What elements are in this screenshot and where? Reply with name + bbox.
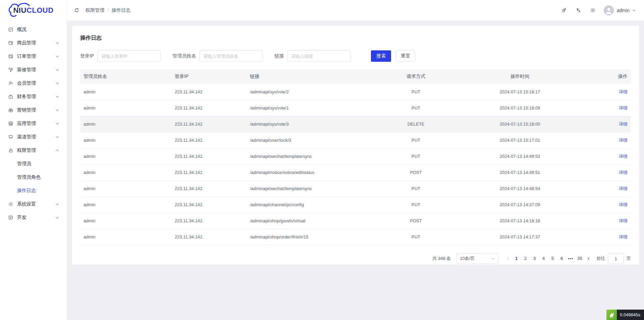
- dev-icon: [8, 215, 13, 220]
- cell-login-ip: 223.11.34.142: [171, 154, 247, 159]
- column-header: 登录IP: [171, 74, 247, 80]
- reset-button[interactable]: 重置: [396, 50, 415, 62]
- page-number-4[interactable]: 4: [539, 253, 548, 264]
- page-numbers: 123456•••35: [512, 253, 584, 264]
- translate-icon[interactable]: [576, 7, 581, 13]
- chevron-down-icon: [55, 202, 59, 206]
- debug-badge: 0.049845s: [606, 310, 644, 320]
- sidebar-subitem-admin-user[interactable]: 管理员: [0, 157, 67, 171]
- next-page-button[interactable]: [584, 257, 592, 261]
- detail-link[interactable]: 详情: [619, 218, 628, 223]
- sidebar-item-label: 系统设置: [17, 201, 36, 207]
- table-row: admin223.11.34.142/adminapi/sys/role/2PU…: [80, 84, 631, 100]
- goto-page-input[interactable]: [608, 253, 624, 264]
- sidebar-item-application[interactable]: 应用管理: [0, 117, 67, 130]
- cell-link: /adminapi/notice/notice/editstatus: [247, 170, 374, 175]
- search-button[interactable]: 搜索: [371, 50, 391, 62]
- sidebar-item-system[interactable]: 系统设置: [0, 197, 67, 211]
- cell-admin-name: admin: [80, 170, 171, 175]
- cell-link: /adminapi/channel/pc/config: [247, 202, 374, 207]
- detail-link[interactable]: 详情: [619, 154, 628, 159]
- sidebar-item-order[interactable]: 订单管理: [0, 50, 67, 63]
- sidebar-item-dev[interactable]: 开发: [0, 211, 67, 224]
- page-number-2[interactable]: 2: [521, 253, 530, 264]
- pagination-ellipsis[interactable]: •••: [566, 256, 575, 261]
- sidebar-item-marketing[interactable]: 营销管理: [0, 103, 67, 117]
- sidebar-item-member[interactable]: 会员管理: [0, 77, 67, 90]
- sidebar-item-goods[interactable]: 商品管理: [0, 36, 67, 50]
- cell-login-ip: 223.11.34.142: [171, 122, 247, 127]
- filter-label-admin-name: 管理员姓名: [172, 53, 196, 59]
- refresh-icon[interactable]: [74, 7, 79, 13]
- gear-icon[interactable]: [590, 7, 596, 13]
- sidebar-subitem-operation-log[interactable]: 操作日志: [0, 184, 67, 197]
- goods-icon: [8, 40, 13, 46]
- detail-link[interactable]: 详情: [619, 170, 628, 175]
- chevron-down-icon: [55, 41, 59, 45]
- chevron-down-icon: [55, 216, 59, 220]
- cell-request-method: PUT: [374, 202, 458, 207]
- breadcrumb-item-permission[interactable]: 权限管理: [86, 7, 104, 13]
- cell-admin-name: admin: [80, 122, 171, 127]
- sidebar-item-channel[interactable]: 渠道管理: [0, 130, 67, 144]
- table-row: admin223.11.34.142/adminapi/wechat/templ…: [80, 148, 631, 165]
- sidebar-menu: 概况商品管理订单管理装修管理会员管理财务管理营销管理应用管理渠道管理权限管理管理…: [0, 21, 67, 224]
- user-menu[interactable]: admin: [604, 5, 636, 15]
- page-number-35[interactable]: 35: [575, 253, 584, 264]
- table-row: admin223.11.34.142/adminapi/shop/order/f…: [80, 229, 631, 245]
- cell-request-method: DELETE: [374, 122, 458, 127]
- sidebar-item-finance[interactable]: 财务管理: [0, 90, 67, 103]
- detail-link[interactable]: 详情: [619, 186, 628, 191]
- brand-logo[interactable]: NIUCLOUD: [0, 0, 67, 21]
- page-size-select[interactable]: 10条/页: [456, 253, 498, 264]
- order-icon: [8, 54, 13, 59]
- cell-operation: 详情: [582, 170, 631, 176]
- page-size-value: 10条/页: [460, 256, 491, 262]
- cell-link: /adminapi/sys/role/1: [247, 105, 374, 110]
- sidebar-item-overview[interactable]: 概况: [0, 23, 67, 36]
- sidebar-item-label: 订单管理: [17, 53, 36, 59]
- cell-link: /adminapi/wechat/template/sync: [247, 186, 374, 191]
- detail-link[interactable]: 详情: [619, 202, 628, 207]
- login-ip-input[interactable]: [97, 50, 161, 62]
- finance-icon: [8, 94, 13, 99]
- page-unit-label: 页: [627, 256, 631, 262]
- chevron-down-icon: [55, 95, 59, 99]
- cell-admin-name: admin: [80, 154, 171, 159]
- sidebar-item-permission[interactable]: 权限管理: [0, 144, 67, 157]
- breadcrumb-separator: /: [107, 8, 109, 13]
- page-number-5[interactable]: 5: [548, 253, 557, 264]
- rocket-icon[interactable]: [561, 7, 567, 13]
- thinkphp-flame-icon[interactable]: [606, 310, 617, 320]
- cell-admin-name: admin: [80, 234, 171, 239]
- detail-link[interactable]: 详情: [619, 89, 628, 94]
- detail-link[interactable]: 详情: [619, 138, 628, 143]
- cell-operation: 详情: [582, 121, 631, 127]
- sidebar-item-decoration[interactable]: 装修管理: [0, 63, 67, 77]
- page-title: 操作日志: [80, 35, 631, 42]
- sidebar-item-label: 概况: [17, 27, 26, 33]
- cell-operation: 详情: [582, 186, 631, 192]
- sidebar-subitem-admin-role[interactable]: 管理员角色: [0, 171, 67, 184]
- sidebar-item-label: 应用管理: [17, 121, 36, 127]
- column-header: 管理员姓名: [80, 74, 171, 80]
- operation-log-table: 管理员姓名登录IP链接请求方式操作时间操作 admin223.11.34.142…: [80, 69, 631, 245]
- prev-page-button[interactable]: [504, 257, 512, 261]
- page-number-6[interactable]: 6: [557, 253, 566, 264]
- admin-name-input[interactable]: [199, 50, 263, 62]
- sidebar-item-label: 开发: [17, 215, 26, 221]
- user-name: admin: [617, 8, 630, 13]
- detail-link[interactable]: 详情: [619, 122, 628, 127]
- column-header: 链接: [247, 74, 374, 80]
- table-row: admin223.11.34.142/adminapi/shop/goods/v…: [80, 213, 631, 229]
- cell-operation-time: 2024-07-13 14:18:18: [458, 218, 582, 223]
- cell-admin-name: admin: [80, 105, 171, 110]
- pagination-total: 共 348 条: [432, 256, 451, 262]
- cell-login-ip: 223.11.34.142: [171, 170, 247, 175]
- page-number-3[interactable]: 3: [530, 253, 539, 264]
- detail-link[interactable]: 详情: [619, 105, 628, 110]
- cell-operation-time: 2024-07-13 15:18:17: [458, 89, 582, 94]
- detail-link[interactable]: 详情: [619, 234, 628, 239]
- link-input[interactable]: [287, 50, 351, 62]
- page-number-1[interactable]: 1: [512, 253, 521, 264]
